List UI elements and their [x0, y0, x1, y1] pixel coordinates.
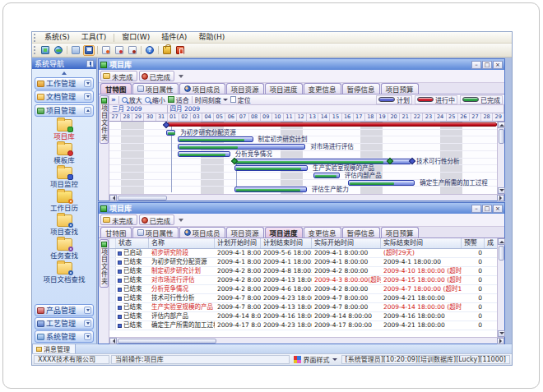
column-header-实际开始时间[interactable]: 实际开始时间	[312, 238, 381, 248]
monitor-button[interactable]	[39, 45, 51, 56]
scroll-right-button[interactable]	[497, 338, 504, 344]
scroll-right-button[interactable]	[497, 195, 504, 201]
scroll-down-button[interactable]	[498, 330, 505, 337]
tab-甘特图[interactable]: 甘特图	[100, 83, 132, 94]
task-bar[interactable]	[166, 130, 175, 136]
zoom-in-button[interactable]: 放大	[122, 95, 142, 104]
menu-item-1[interactable]: 工具(T)	[76, 32, 113, 43]
close-button[interactable]: ×	[493, 205, 503, 213]
gantt-window-titlebar[interactable]: 项目库 – □ ×	[99, 59, 504, 70]
locate-button[interactable]: 定位	[230, 95, 251, 104]
tab-项目成员[interactable]: 项目成员	[179, 227, 225, 238]
sidebar-panel-项目管理[interactable]: 项目管理	[35, 104, 94, 117]
task-bar[interactable]	[348, 180, 415, 186]
fit-button[interactable]: 适合	[168, 95, 189, 104]
menu-item-0[interactable]: 系统(S)	[39, 32, 76, 43]
tab-项目进度[interactable]: 项目进度	[265, 83, 303, 94]
table-row[interactable]: 已结束分析竞争情况2009-4-2 8:00:002009-4-6 18:00:…	[109, 285, 497, 294]
table-row[interactable]: 已结束评估内部产品2009-4-14 8:00:002009-4-16 18:0…	[109, 312, 497, 321]
sidebar-collapse-button[interactable]	[32, 69, 96, 76]
tab-项目属性[interactable]: 项目属性	[132, 227, 179, 238]
scroll-thumb[interactable]	[499, 246, 504, 261]
table-row[interactable]: 已结束确定生产所需的加工过程2009-4-17 8:00:002009-4-23…	[109, 321, 497, 330]
tab-项目预算[interactable]: 项目预算	[381, 227, 419, 238]
filter-button-已完成[interactable]: 已完成	[139, 214, 175, 225]
table-row[interactable]: 已启动初步研究阶段2009-4-1 8:00:002009-5-6 18:00:…	[109, 249, 497, 258]
table-window-titlebar[interactable]: 项目库 – □ ×	[99, 203, 504, 214]
tab-项目预算[interactable]: 项目预算	[381, 83, 419, 94]
column-header-状态[interactable]: 状态	[116, 238, 149, 248]
window-refresh-button[interactable]	[114, 45, 125, 56]
table-vertical-scrollbar[interactable]	[497, 238, 504, 337]
task-bar[interactable]	[234, 159, 411, 164]
save-button[interactable]	[83, 45, 95, 56]
column-header-预警[interactable]: 预警	[462, 238, 485, 248]
tab-项目进度[interactable]: 项目进度	[265, 227, 303, 238]
table-row[interactable]: 已结束为初步研究分配资源2009-4-1 8:00:002009-4-1 18:…	[109, 258, 497, 267]
column-header-名称[interactable]: 名称	[149, 238, 215, 248]
scroll-left-button[interactable]	[109, 195, 117, 201]
tab-项目属性[interactable]: 项目属性	[132, 83, 179, 94]
maximize-button[interactable]: □	[482, 205, 492, 213]
sidebar-item-项目监控[interactable]: 项目监控	[35, 167, 94, 191]
menu-item-3[interactable]: 插件(A)	[155, 32, 193, 43]
column-header-实际结束时间[interactable]: 实际结束时间	[381, 238, 462, 248]
scroll-down-button[interactable]	[498, 187, 505, 194]
scroll-up-button[interactable]	[498, 238, 505, 245]
table-row[interactable]: 已结束对市场进行评估2009-4-2 8:00:002009-4-13 18:0…	[109, 276, 497, 285]
tab-message-management[interactable]: 消息管理	[32, 344, 76, 353]
sidebar-panel-工艺管理[interactable]: 工艺管理	[35, 317, 94, 330]
tab-暂停信息[interactable]: 暂停信息	[342, 227, 380, 238]
sidebar-item-模板库[interactable]: 模板库	[35, 143, 94, 167]
minimize-button[interactable]: –	[471, 61, 481, 69]
tab-变更信息[interactable]: 变更信息	[304, 227, 341, 238]
sidebar-panel-工作管理[interactable]: 工作管理	[35, 77, 94, 90]
column-header-计划结束时间[interactable]: 计划结束时间	[261, 238, 312, 248]
project-folder-side-tab[interactable]: 项目文件夹	[100, 95, 109, 144]
table-row[interactable]: 已结束制定初步研究计划2009-4-2 8:00:002009-4-8 18:0…	[109, 267, 497, 276]
ui-style-button[interactable]: 界面样式	[291, 355, 340, 364]
help-button[interactable]: ?	[144, 45, 155, 56]
gantt-vertical-scrollbar[interactable]	[497, 122, 504, 194]
tab-暂停信息[interactable]: 暂停信息	[342, 83, 380, 94]
tab-项目资源[interactable]: 项目资源	[226, 227, 264, 238]
sidebar-item-项目文档查找[interactable]: 项目文档查找	[35, 262, 94, 286]
time-scale-button[interactable]: 时间刻度	[195, 95, 228, 104]
scroll-up-button[interactable]	[498, 122, 505, 128]
tab-变更信息[interactable]: 变更信息	[304, 83, 341, 94]
sidebar-item-项目查找[interactable]: 项目查找	[35, 214, 94, 238]
scroll-thumb[interactable]	[118, 339, 216, 344]
project-folder-side-tab[interactable]: 项目文件夹	[100, 239, 109, 288]
expand-chevron-button[interactable]: »	[111, 95, 116, 104]
open-folder-button[interactable]	[70, 45, 81, 56]
task-bar[interactable]	[178, 151, 230, 157]
zoom-out-button[interactable]: 缩小	[145, 95, 165, 104]
menu-item-4[interactable]: 帮助(H)	[193, 32, 230, 43]
close-button[interactable]: ×	[493, 61, 503, 69]
sidebar-item-项目库[interactable]: 项目库	[35, 119, 94, 143]
filter-button-未完成[interactable]: 未完成	[100, 214, 137, 225]
task-bar[interactable]	[313, 173, 340, 178]
window-add-button[interactable]	[100, 45, 112, 56]
scroll-left-button[interactable]	[109, 338, 117, 344]
lock-button[interactable]	[161, 45, 173, 56]
minimize-button[interactable]: –	[471, 205, 481, 213]
network-button[interactable]	[53, 45, 64, 56]
sidebar-panel-文档管理[interactable]: 文档管理	[35, 90, 94, 103]
filter-button-未完成[interactable]: 未完成	[100, 71, 137, 81]
table-row[interactable]: 已结束生产实验室规模的产品2009-4-7 8:00:002009-4-13 1…	[109, 303, 497, 312]
tab-甘特图[interactable]: 甘特图	[100, 227, 132, 238]
pushpin-icon[interactable]	[86, 60, 94, 67]
more-options-button[interactable]	[176, 214, 185, 225]
exit-button[interactable]	[174, 45, 186, 56]
sidebar-item-任务查找[interactable]: 任务查找	[35, 238, 94, 262]
window-close-button[interactable]	[127, 45, 138, 56]
tab-项目资源[interactable]: 项目资源	[226, 83, 264, 94]
table-row[interactable]: 已结束技术可行性分析2009-4-7 8:00:002009-4-23 18:0…	[109, 294, 497, 303]
sidebar-panel-系统管理[interactable]: 系统管理	[35, 330, 94, 343]
scroll-thumb[interactable]	[499, 129, 504, 144]
summary-bar[interactable]	[166, 122, 497, 127]
task-bar[interactable]	[234, 165, 308, 171]
tab-项目成员[interactable]: 项目成员	[179, 83, 225, 94]
column-header-计划开始时间[interactable]: 计划开始时间	[215, 238, 261, 248]
